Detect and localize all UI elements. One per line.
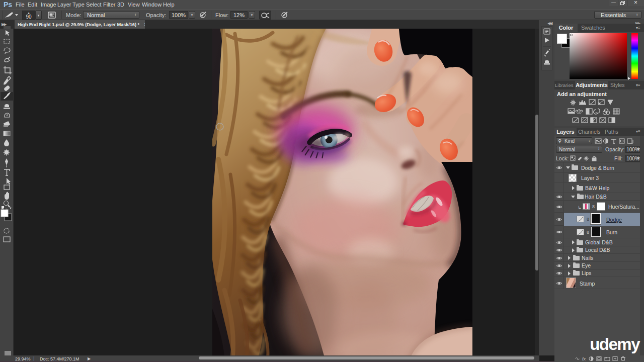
svg-text:fx: fx [582,356,586,361]
